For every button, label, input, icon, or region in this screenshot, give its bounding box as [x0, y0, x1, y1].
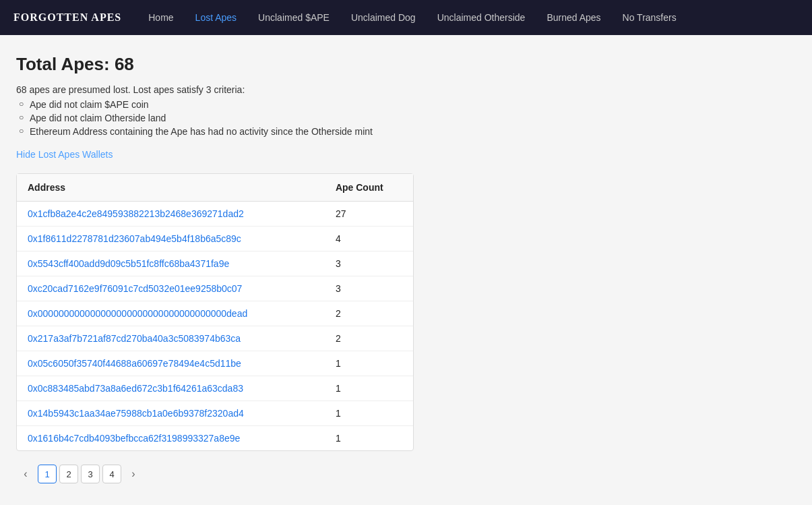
navbar: Forgotten Apes HomeLost ApesUnclaimed $A…: [0, 0, 812, 35]
address-cell: 0x14b5943c1aa34ae75988cb1a0e6b9378f2320a…: [17, 401, 325, 426]
ape-count-cell: 27: [325, 202, 413, 227]
nav-links: HomeLost ApesUnclaimed $APEUnclaimed Dog…: [137, 0, 687, 35]
page-title: Total Apes: 68: [16, 54, 796, 75]
criteria-item: Ape did not claim $APE coin: [16, 99, 796, 110]
criteria-list: Ape did not claim $APE coinApe did not c…: [16, 99, 796, 137]
pagination-page-1[interactable]: 1: [38, 465, 57, 483]
nav-link-unclaimed-otherside[interactable]: Unclaimed Otherside: [427, 0, 536, 35]
nav-link-burned-apes[interactable]: Burned Apes: [536, 0, 611, 35]
address-cell: 0x1616b4c7cdb4093befbcca62f3198993327a8e…: [17, 426, 325, 451]
brand-logo: Forgotten Apes: [13, 11, 121, 24]
address-link[interactable]: 0x5543cff400add9d09c5b51fc8ffc68ba4371fa…: [28, 258, 229, 269]
criteria-item: Ape did not claim Otherside land: [16, 113, 796, 123]
table-row: 0x1cfb8a2e4c2e849593882213b2468e369271da…: [17, 202, 413, 227]
address-link[interactable]: 0x1f8611d2278781d23607ab494e5b4f18b6a5c8…: [28, 233, 241, 244]
pagination-page-2[interactable]: 2: [59, 465, 78, 483]
table-header-ape-count: Ape Count: [325, 174, 413, 202]
address-link[interactable]: 0x217a3af7b721af87cd270ba40a3c5083974b63…: [28, 333, 241, 344]
address-cell: 0x05c6050f35740f44688a60697e78494e4c5d11…: [17, 351, 325, 376]
table-row: 0x217a3af7b721af87cd270ba40a3c5083974b63…: [17, 326, 413, 351]
address-link[interactable]: 0x000000000000000000000000000000000000de…: [28, 308, 247, 319]
ape-count-cell: 1: [325, 376, 413, 401]
nav-link-unclaimed-dog[interactable]: Unclaimed Dog: [340, 0, 427, 35]
address-link[interactable]: 0xc20cad7162e9f76091c7cd5032e01ee9258b0c…: [28, 283, 242, 294]
table-row: 0x0c883485abd73a8a6ed672c3b1f64261a63cda…: [17, 376, 413, 401]
nav-link-unclaimed-$ape[interactable]: Unclaimed $APE: [247, 0, 340, 35]
ape-count-cell: 3: [325, 276, 413, 301]
address-link[interactable]: 0x1616b4c7cdb4093befbcca62f3198993327a8e…: [28, 433, 240, 444]
ape-count-cell: 4: [325, 227, 413, 251]
address-cell: 0x1f8611d2278781d23607ab494e5b4f18b6a5c8…: [17, 227, 325, 251]
address-table-wrapper: AddressApe Count 0x1cfb8a2e4c2e849593882…: [16, 173, 414, 451]
pagination-next[interactable]: ›: [124, 465, 143, 483]
table-row: 0x000000000000000000000000000000000000de…: [17, 301, 413, 326]
address-cell: 0xc20cad7162e9f76091c7cd5032e01ee9258b0c…: [17, 276, 325, 301]
nav-link-no-transfers[interactable]: No Transfers: [612, 0, 687, 35]
table-row: 0x5543cff400add9d09c5b51fc8ffc68ba4371fa…: [17, 251, 413, 276]
hide-lost-apes-link[interactable]: Hide Lost Apes Wallets: [16, 149, 113, 160]
address-link[interactable]: 0x05c6050f35740f44688a60697e78494e4c5d11…: [28, 358, 241, 369]
address-cell: 0x0c883485abd73a8a6ed672c3b1f64261a63cda…: [17, 376, 325, 401]
table-row: 0x1f8611d2278781d23607ab494e5b4f18b6a5c8…: [17, 227, 413, 251]
address-link[interactable]: 0x1cfb8a2e4c2e849593882213b2468e369271da…: [28, 208, 244, 219]
table-row: 0x1616b4c7cdb4093befbcca62f3198993327a8e…: [17, 426, 413, 451]
ape-count-cell: 3: [325, 251, 413, 276]
criteria-item: Ethereum Address containing the Ape has …: [16, 126, 796, 137]
address-link[interactable]: 0x14b5943c1aa34ae75988cb1a0e6b9378f2320a…: [28, 408, 244, 419]
pagination: ‹1234›: [16, 465, 796, 483]
nav-link-lost-apes[interactable]: Lost Apes: [185, 0, 248, 35]
ape-count-cell: 1: [325, 426, 413, 451]
address-cell: 0x000000000000000000000000000000000000de…: [17, 301, 325, 326]
page-description: 68 apes are presumed lost. Lost apes sat…: [16, 84, 796, 95]
ape-count-cell: 1: [325, 351, 413, 376]
table-row: 0x05c6050f35740f44688a60697e78494e4c5d11…: [17, 351, 413, 376]
pagination-page-4[interactable]: 4: [102, 465, 121, 483]
address-cell: 0x217a3af7b721af87cd270ba40a3c5083974b63…: [17, 326, 325, 351]
pagination-prev[interactable]: ‹: [16, 465, 35, 483]
nav-link-home[interactable]: Home: [137, 0, 184, 35]
ape-count-cell: 2: [325, 301, 413, 326]
address-cell: 0x5543cff400add9d09c5b51fc8ffc68ba4371fa…: [17, 251, 325, 276]
pagination-page-3[interactable]: 3: [81, 465, 100, 483]
ape-count-cell: 2: [325, 326, 413, 351]
address-cell: 0x1cfb8a2e4c2e849593882213b2468e369271da…: [17, 202, 325, 227]
table-header-address: Address: [17, 174, 325, 202]
ape-count-cell: 1: [325, 401, 413, 426]
table-row: 0x14b5943c1aa34ae75988cb1a0e6b9378f2320a…: [17, 401, 413, 426]
address-link[interactable]: 0x0c883485abd73a8a6ed672c3b1f64261a63cda…: [28, 383, 243, 394]
main-content: Total Apes: 68 68 apes are presumed lost…: [0, 35, 812, 502]
table-row: 0xc20cad7162e9f76091c7cd5032e01ee9258b0c…: [17, 276, 413, 301]
address-table: AddressApe Count 0x1cfb8a2e4c2e849593882…: [17, 174, 413, 450]
